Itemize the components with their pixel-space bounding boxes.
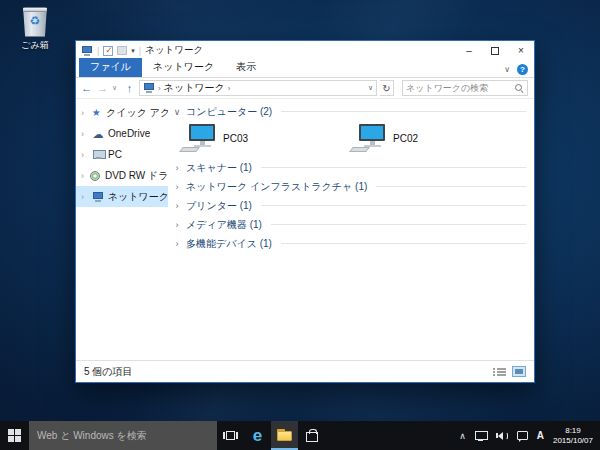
group-rule-line bbox=[281, 111, 526, 112]
chevron-right-icon[interactable]: › bbox=[173, 239, 181, 249]
minimize-button[interactable]: – bbox=[456, 41, 482, 60]
qat-separator: | bbox=[139, 46, 141, 56]
computer-item[interactable]: PC03 bbox=[181, 124, 351, 152]
back-button[interactable]: ← bbox=[80, 82, 93, 94]
cloud-icon: ☁ bbox=[93, 129, 104, 139]
sidebar-item-pc[interactable]: ›PC bbox=[76, 144, 168, 165]
ime-indicator[interactable]: A bbox=[537, 430, 544, 441]
clock-date: 2015/10/07 bbox=[553, 436, 593, 446]
item-count: 5 個の項目 bbox=[84, 365, 133, 379]
window-controls: – × bbox=[456, 41, 534, 60]
chevron-right-icon[interactable]: › bbox=[81, 108, 86, 118]
sidebar-item-star[interactable]: ›★クイック アクセス bbox=[76, 102, 168, 123]
pc-icon bbox=[93, 150, 104, 159]
help-icon[interactable]: ? bbox=[517, 64, 528, 75]
taskbar-search[interactable] bbox=[29, 421, 217, 450]
tab-ネットワーク[interactable]: ネットワーク bbox=[142, 58, 225, 77]
group-label: メディア機器 (1) bbox=[186, 218, 262, 232]
chevron-right-icon[interactable]: › bbox=[173, 201, 181, 211]
chevron-right-icon[interactable]: › bbox=[173, 182, 181, 192]
tab-表示[interactable]: 表示 bbox=[225, 58, 267, 77]
address-bar[interactable]: › ネットワーク › ∨ bbox=[139, 80, 377, 96]
recent-locations-caret[interactable]: ∨ bbox=[112, 84, 120, 92]
group-header[interactable]: ›プリンター (1) bbox=[173, 196, 526, 215]
store-button[interactable] bbox=[298, 421, 325, 450]
explorer-main: ›★クイック アクセス›☁OneDrive›PC›DVD RW ドライブ (D:… bbox=[76, 99, 534, 360]
breadcrumb-chevron[interactable]: › bbox=[158, 84, 161, 93]
computer-name: PC03 bbox=[223, 133, 248, 144]
maximize-button[interactable] bbox=[482, 41, 508, 60]
content-pane: ∨コンピューター (2)PC03PC02›スキャナー (1)›ネットワーク イン… bbox=[168, 99, 534, 360]
sidebar-item-dvd[interactable]: ›DVD RW ドライブ (D:) E bbox=[76, 165, 168, 186]
store-bag-icon bbox=[306, 432, 318, 442]
close-button[interactable]: × bbox=[508, 41, 534, 60]
sidebar-item-label: OneDrive bbox=[108, 128, 150, 139]
search-box[interactable] bbox=[402, 80, 528, 96]
file-explorer-button[interactable] bbox=[271, 421, 298, 450]
new-folder-button[interactable] bbox=[117, 46, 127, 55]
task-view-icon bbox=[223, 431, 238, 440]
up-button[interactable]: ↑ bbox=[123, 82, 136, 94]
chevron-right-icon[interactable]: › bbox=[81, 192, 88, 202]
chevron-right-icon[interactable]: › bbox=[81, 129, 88, 139]
network-status-icon[interactable] bbox=[475, 431, 487, 441]
chevron-right-icon[interactable]: › bbox=[173, 163, 181, 173]
details-view-icon[interactable] bbox=[493, 367, 506, 377]
search-icon[interactable] bbox=[515, 84, 524, 93]
start-button[interactable] bbox=[0, 421, 29, 450]
chevron-right-icon[interactable]: › bbox=[173, 220, 181, 230]
tray-overflow-chevron-icon[interactable]: ∧ bbox=[459, 431, 466, 441]
network-icon bbox=[92, 192, 104, 202]
chevron-right-icon[interactable]: › bbox=[81, 150, 88, 160]
volume-icon[interactable] bbox=[496, 432, 508, 440]
group-header[interactable]: ∨コンピューター (2) bbox=[173, 102, 526, 121]
windows-logo-icon bbox=[8, 429, 21, 442]
group-rule-line bbox=[261, 205, 526, 206]
search-input[interactable] bbox=[406, 83, 515, 93]
navigation-pane: ›★クイック アクセス›☁OneDrive›PC›DVD RW ドライブ (D:… bbox=[76, 99, 168, 360]
address-dropdown-caret[interactable]: ∨ bbox=[368, 84, 373, 92]
breadcrumb-chevron[interactable]: › bbox=[228, 84, 231, 93]
ribbon-tabs: ファイルネットワーク表示 ∨ ? bbox=[76, 60, 534, 78]
group-header[interactable]: ›ネットワーク インフラストラクチャ (1) bbox=[173, 177, 526, 196]
ribbon-right: ∨ ? bbox=[504, 64, 534, 77]
window-title: ネットワーク bbox=[145, 44, 203, 57]
expand-ribbon-icon[interactable]: ∨ bbox=[504, 65, 510, 74]
quick-access-toolbar: | ▾ | bbox=[81, 46, 141, 56]
chevron-right-icon[interactable]: › bbox=[81, 171, 85, 181]
recycle-symbol-icon: ♻ bbox=[23, 15, 47, 27]
chevron-down-icon[interactable]: ∨ bbox=[173, 107, 181, 117]
view-toggles bbox=[493, 366, 526, 377]
action-center-icon[interactable] bbox=[517, 431, 528, 440]
network-window-icon[interactable] bbox=[81, 46, 93, 56]
large-icons-view-icon[interactable] bbox=[512, 366, 526, 377]
taskbar-search-input[interactable] bbox=[37, 430, 209, 441]
recycle-bin[interactable]: ♻ ごみ箱 bbox=[12, 7, 58, 52]
recycle-bin-label: ごみ箱 bbox=[12, 39, 58, 52]
group-header[interactable]: ›メディア機器 (1) bbox=[173, 215, 526, 234]
group-label: コンピューター (2) bbox=[186, 105, 272, 119]
computer-icon bbox=[181, 124, 217, 152]
taskbar-clock[interactable]: 8:19 2015/10/07 bbox=[553, 426, 593, 446]
sidebar-item-network[interactable]: ›ネットワーク bbox=[76, 186, 168, 207]
refresh-button[interactable]: ↻ bbox=[380, 80, 394, 96]
sidebar-item-cloud[interactable]: ›☁OneDrive bbox=[76, 123, 168, 144]
taskbar: e ∧ A 8:19 2015/10/07 bbox=[0, 421, 600, 450]
edge-icon: e bbox=[253, 427, 262, 444]
sidebar-item-label: クイック アクセス bbox=[106, 106, 168, 120]
explorer-window: | ▾ | ネットワーク – × ファイルネットワーク表示 ∨ ? ← → ∨ … bbox=[75, 40, 535, 383]
dvd-icon bbox=[90, 171, 100, 181]
group-header[interactable]: ›多機能デバイス (1) bbox=[173, 234, 526, 253]
recycle-bin-icon: ♻ bbox=[22, 7, 48, 37]
computer-item[interactable]: PC02 bbox=[351, 124, 521, 152]
network-location-icon bbox=[143, 83, 155, 93]
properties-button[interactable] bbox=[103, 46, 113, 56]
forward-button[interactable]: → bbox=[96, 82, 109, 94]
qat-customize-caret[interactable]: ▾ bbox=[131, 47, 135, 55]
desktop: { "desktop": { "recycle_bin_label": "ごみ箱… bbox=[0, 0, 600, 450]
edge-button[interactable]: e bbox=[244, 421, 271, 450]
tab-file-active[interactable]: ファイル bbox=[79, 58, 142, 77]
task-view-button[interactable] bbox=[217, 421, 244, 450]
breadcrumb-network[interactable]: ネットワーク bbox=[164, 81, 225, 95]
group-header[interactable]: ›スキャナー (1) bbox=[173, 158, 526, 177]
